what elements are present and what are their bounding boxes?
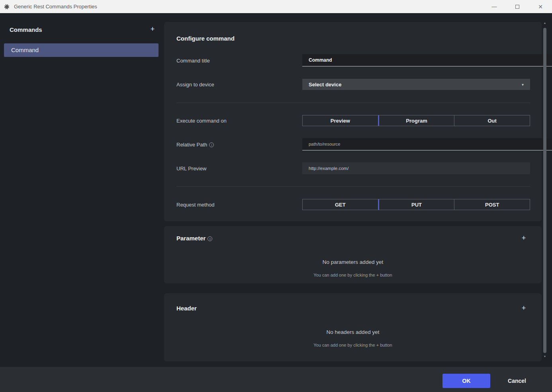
divider	[176, 186, 530, 187]
maximize-button[interactable]	[506, 0, 529, 13]
divider	[176, 103, 530, 103]
minimize-icon: —	[492, 4, 497, 10]
dialog-body: Commands + Command Configure command Com…	[0, 13, 552, 367]
parameter-empty-title: No parameters added yet	[164, 259, 542, 265]
relative-path-label-text: Relative Path	[176, 142, 207, 148]
ok-button[interactable]: OK	[442, 374, 490, 388]
configure-command-title: Configure command	[176, 35, 235, 42]
url-preview-field: http://example.com/	[302, 162, 530, 174]
info-icon: i	[207, 236, 212, 241]
execute-on-program-button[interactable]: Program	[378, 115, 455, 126]
execute-on-preview-button[interactable]: Preview	[302, 115, 378, 126]
window-title: Generic Rest Commands Properties	[14, 4, 97, 10]
plus-icon: +	[522, 304, 526, 312]
plus-icon: +	[522, 234, 526, 242]
execute-on-label: Execute command on	[176, 118, 227, 124]
request-method-segmented-control: GET PUT POST	[302, 199, 530, 210]
parameter-card: Parameteri + No parameters added yet You…	[164, 226, 542, 283]
app-pinwheel-icon	[3, 3, 10, 10]
assign-device-dropdown[interactable]: Select device ▾	[302, 79, 530, 90]
scroll-up-icon[interactable]: ▲	[542, 21, 548, 24]
header-card: Header + No headers added yet You can ad…	[164, 293, 542, 361]
request-method-put-button[interactable]: PUT	[378, 199, 455, 210]
minimize-button[interactable]: —	[483, 0, 506, 13]
relative-path-label: Relative Pathi	[176, 142, 214, 148]
parameter-empty-hint: You can add one by clicking the + button	[164, 273, 542, 277]
assign-device-label: Assign to device	[176, 82, 214, 88]
command-title-input[interactable]	[302, 54, 552, 66]
add-header-button[interactable]: +	[519, 304, 528, 312]
plus-icon: +	[151, 25, 155, 33]
header-empty-hint: You can add one by clicking the + button	[164, 343, 542, 347]
info-icon: i	[209, 142, 214, 147]
assign-device-value: Select device	[309, 82, 522, 88]
sidebar-item-command[interactable]: Command	[4, 43, 159, 57]
dialog-footer: OK Cancel	[0, 367, 552, 392]
relative-path-input[interactable]	[302, 138, 552, 150]
request-method-label: Request method	[176, 202, 214, 208]
parameter-title: Parameteri	[176, 235, 212, 242]
scrollbar-thumb[interactable]	[543, 28, 546, 353]
execute-on-segmented-control: Preview Program Out	[302, 115, 530, 126]
close-icon: ✕	[538, 4, 543, 10]
parameter-title-text: Parameter	[176, 235, 206, 242]
commands-sidebar: Commands + Command	[0, 13, 164, 367]
vertical-scrollbar[interactable]: ▲ ▼	[542, 16, 548, 362]
chevron-down-icon: ▾	[522, 82, 524, 87]
cancel-button[interactable]: Cancel	[501, 374, 533, 388]
maximize-icon	[515, 5, 519, 9]
configure-command-card: Configure command Command title Assign t…	[164, 22, 542, 221]
url-preview-label: URL Preview	[176, 166, 206, 172]
add-command-button[interactable]: +	[148, 25, 157, 33]
execute-on-out-button[interactable]: Out	[454, 115, 530, 126]
command-title-label: Command title	[176, 58, 210, 64]
request-method-post-button[interactable]: POST	[454, 199, 530, 210]
header-title: Header	[176, 305, 197, 312]
sidebar-item-label: Command	[11, 47, 39, 53]
header-empty-title: No headers added yet	[164, 329, 542, 335]
add-parameter-button[interactable]: +	[519, 234, 528, 242]
scroll-down-icon[interactable]: ▼	[542, 355, 548, 358]
commands-list-title: Commands	[10, 26, 42, 33]
close-button[interactable]: ✕	[529, 0, 552, 13]
titlebar: Generic Rest Commands Properties — ✕	[0, 0, 552, 13]
request-method-get-button[interactable]: GET	[302, 199, 378, 210]
